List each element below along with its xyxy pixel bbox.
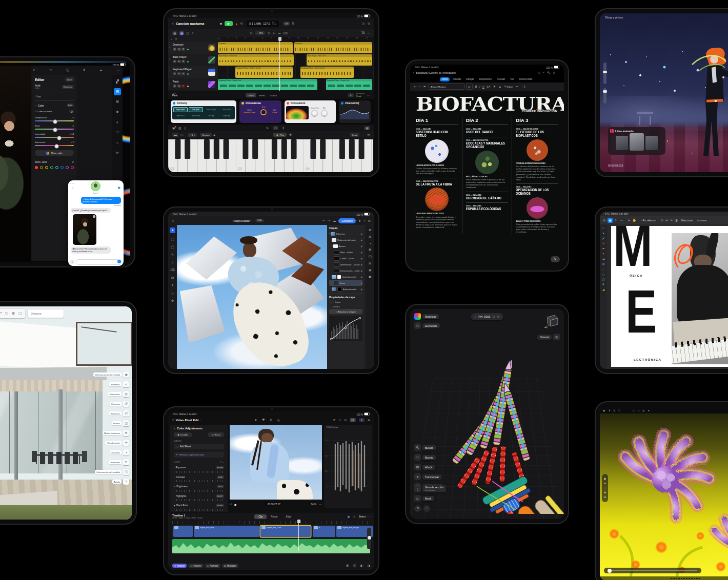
kb-more-icon[interactable]: ⋯	[362, 133, 365, 136]
align-icon[interactable]: ≞	[670, 219, 673, 222]
list-icon[interactable]: ≡	[615, 219, 617, 222]
document-title[interactable]: Biofactura (Cumbre de Innovación)	[416, 71, 456, 74]
phone-icon[interactable]: ▯	[184, 127, 186, 130]
add-attachment-icon[interactable]: +	[70, 260, 74, 264]
materials-button[interactable]: Materiales🪣︎	[52, 391, 129, 397]
shape-tool[interactable]: ◻	[600, 273, 607, 276]
crop-tool[interactable]: ⬚	[600, 268, 607, 271]
select-tool[interactable]: ▷	[600, 227, 607, 230]
mute-button[interactable]: M	[173, 72, 176, 75]
upload-icon[interactable]: ⬆	[608, 409, 610, 412]
progress-knob[interactable]	[608, 569, 612, 573]
tab-inicio[interactable]: Inicio	[440, 77, 450, 81]
pages-screen[interactable]: 9:41Martes 1 de abril100 % ‹ Biofactura …	[410, 65, 564, 266]
playhead[interactable]	[279, 37, 280, 91]
vector-brush-tool[interactable]: ✎	[600, 242, 607, 245]
step-back-icon[interactable]: ⏮	[230, 503, 232, 506]
import-icon[interactable]: ⬆	[254, 419, 257, 422]
document-pill[interactable]: ⌂ RH_0003 ⊙ ⊖	[471, 313, 503, 320]
document-page[interactable]: BIOFACTURA CUMBRE INNOVACIÓN DÍA 1 14:00…	[410, 91, 564, 266]
tab-track[interactable]: Track	[246, 93, 256, 97]
mode-clip[interactable]: Clip	[254, 514, 267, 519]
share-icon[interactable]: ⎋	[618, 409, 620, 412]
solo-button[interactable]: S	[177, 85, 181, 88]
more-icon[interactable]: ⋯	[116, 69, 119, 72]
layers-tool[interactable]: ⧉	[602, 495, 608, 499]
presets-icon[interactable]: ▤	[114, 88, 121, 95]
add-icon[interactable]: ⊞	[366, 262, 374, 265]
back-icon[interactable]: ‹	[172, 418, 174, 422]
minimize-icon[interactable]: ⊖	[368, 22, 370, 25]
sync-icon[interactable]: ⊙	[492, 315, 495, 318]
alchemy-preset[interactable]: Bright Arp	[219, 113, 234, 118]
mirror-icon[interactable]: ⇄	[665, 219, 668, 222]
help-icon[interactable]: ?	[363, 219, 365, 222]
automation-mode[interactable]: Automation Read	[356, 93, 365, 97]
track-header-keys[interactable]: 3 Keyboard Player MSR	[168, 66, 217, 79]
audition-icon[interactable]: ⓐ	[353, 564, 356, 567]
layer-row[interactable]: Correc…o azul◉	[329, 255, 362, 261]
preset-picker[interactable]: ‹ Por defecto ›	[639, 218, 658, 222]
keys-layout-icon[interactable]: ▬	[172, 133, 178, 137]
knob-icon[interactable]: ◦	[358, 22, 359, 25]
shapr-screen[interactable]: ●Modelado ⬡Elementos ⌂ RH_0003 ⊙ ⊖ Histo…	[410, 309, 564, 519]
gradient-tool[interactable]: ▨	[168, 276, 177, 279]
timeline-more-icon[interactable]: ⋯	[367, 515, 370, 518]
underline-icon[interactable]: U	[482, 85, 484, 88]
font-picker[interactable]: Antipol Medium⌵	[429, 84, 464, 90]
slider-saturacion[interactable]: Saturación+ 2	[35, 141, 74, 146]
pencil-icon[interactable]: ✎	[348, 93, 354, 97]
effects-icon[interactable]: ✦	[359, 418, 365, 422]
tab-insertar[interactable]: Insertar	[451, 77, 463, 81]
light-section[interactable]: ›Luz	[35, 95, 74, 98]
lock-icon[interactable]: 🔒︎	[214, 133, 215, 136]
region-keys-1[interactable]: Keyboard Player - Broken Chords	[235, 67, 293, 78]
snapping-icon[interactable]: ⌗	[353, 515, 355, 518]
model-info-button[interactable]: Información del modeloⓘ	[52, 469, 129, 475]
clone-tool[interactable]: ⧹	[168, 261, 177, 264]
redo-button[interactable]: ⟳	[423, 505, 430, 512]
search-button[interactable]: 🔍︎Buscar	[414, 444, 443, 451]
kb-hide-icon[interactable]: ▭	[367, 133, 370, 136]
solo-button[interactable]: S	[177, 60, 181, 63]
adjust-icon[interactable]: ⚒	[114, 98, 121, 106]
solo-button[interactable]: S	[177, 72, 181, 75]
mixer-icon[interactable]: 𝄜	[292, 22, 294, 25]
brush-tool[interactable]: ✎	[168, 253, 177, 256]
copy-icon[interactable]: ⧉	[250, 32, 252, 35]
render-screen[interactable]: ◉ ⬆ ⧉ ⎋ ▷ □ ◎ ●	[600, 406, 728, 580]
eraser-tool[interactable]: ⌫	[168, 268, 177, 272]
mode-range[interactable]: Range	[267, 514, 282, 519]
split-left-icon[interactable]: ◧	[360, 564, 363, 567]
timeline-clip[interactable]: Skyline_Blue_Wide	[194, 526, 259, 537]
record-button[interactable]: ●	[235, 22, 237, 26]
brush-size-slider[interactable]	[603, 63, 606, 84]
mode-edge[interactable]: Edge	[282, 514, 296, 519]
brush-opacity-slider[interactable]	[603, 88, 606, 103]
alchemy-preset[interactable]: Minimal Arp	[189, 113, 203, 118]
marquee-tool[interactable]: ⬚	[168, 238, 177, 241]
volume-button[interactable]: ◁)Volume	[188, 564, 204, 568]
effects-icon[interactable]: ❋	[366, 229, 374, 232]
sustain-button[interactable]: Sustain	[200, 133, 211, 137]
add-mask-button[interactable]: ＋Add Mask	[174, 444, 224, 449]
drag-icon[interactable]: ✥	[289, 133, 292, 136]
mute-button[interactable]: M	[173, 85, 176, 88]
font-size-stepper[interactable]: 11	[466, 84, 472, 90]
region-drummer-1[interactable]: Drummer	[218, 42, 293, 53]
slider-highlights[interactable]: ◌Highlights11.27	[174, 494, 224, 502]
select-button[interactable]: Seleccionar	[681, 219, 693, 222]
message-input[interactable]: ↑	[76, 259, 122, 265]
alchemy-preset[interactable]: Motion Pad	[219, 107, 234, 112]
photo-attachment[interactable]: ✕	[73, 214, 96, 245]
decay-knob[interactable]	[311, 110, 318, 116]
bar-ruler[interactable]: 1 2 3 4 5 6 7 8 9 10 11 12 13 14 15 16 1…	[217, 37, 374, 42]
layer-row[interactable]: Desaturación …arillo◉	[329, 267, 362, 274]
redo-icon[interactable]: ↷	[328, 219, 330, 222]
type-tool[interactable]: T	[168, 284, 177, 287]
reset-button[interactable]: ↺Reset	[208, 432, 224, 437]
doc-name[interactable]: Fragmentado*	[233, 219, 251, 222]
add-track-icon[interactable]: ＋	[170, 38, 173, 40]
auto-button[interactable]: Auto	[65, 77, 74, 81]
play-mode-button[interactable]: ☝Play	[273, 133, 287, 137]
